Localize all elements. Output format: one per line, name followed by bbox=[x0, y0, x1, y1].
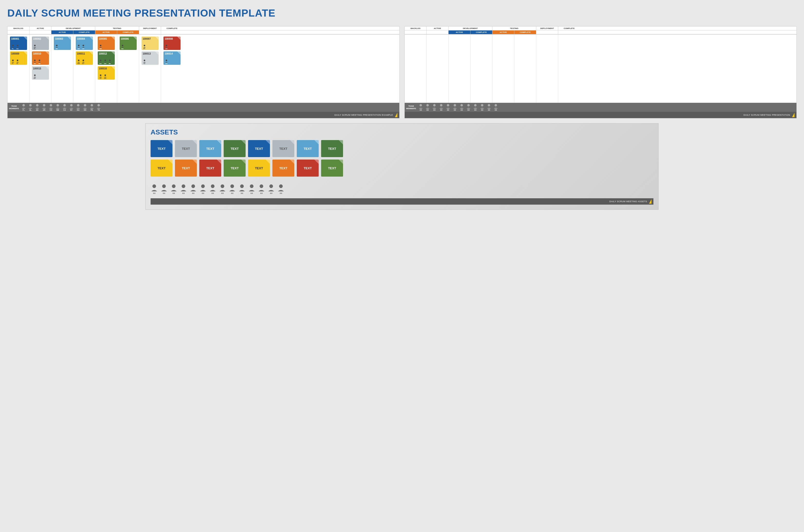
asset-13[interactable]: TEXT bbox=[248, 159, 270, 177]
svg-point-19 bbox=[121, 45, 123, 46]
b2-tm-4: XX bbox=[438, 104, 444, 111]
svg-point-10 bbox=[82, 45, 84, 46]
col-deployment: 100007 PA 100013 TX bbox=[139, 35, 161, 103]
svg-point-53 bbox=[201, 184, 205, 188]
card-100010[interactable]: 100010 AK AR bbox=[32, 51, 49, 65]
board1-body: 100001 FL CA 100009 bbox=[7, 35, 399, 103]
asset-10[interactable]: TEXT bbox=[175, 159, 197, 177]
board2-team-footer: TEAMMEMBERS XX XX XX XX bbox=[405, 103, 797, 112]
sh-test-complete: COMPLETE bbox=[117, 31, 139, 34]
asset-5[interactable]: TEXT bbox=[248, 140, 270, 157]
b2-col-dev-complete bbox=[470, 35, 492, 103]
gh-active: ACTIVE bbox=[30, 26, 51, 30]
team-members-label: TEAMMEMBERS bbox=[9, 105, 19, 110]
asset-tm-6: XX bbox=[199, 184, 207, 194]
col-test-active: 100005 NM 100012 KA bbox=[95, 35, 117, 103]
asset-11[interactable]: TEXT bbox=[199, 159, 221, 177]
asset-4[interactable]: TEXT bbox=[224, 140, 246, 157]
col-test-complete: 100006 KA bbox=[117, 35, 139, 103]
svg-point-52 bbox=[191, 184, 195, 188]
sh-backlog bbox=[7, 31, 30, 34]
svg-point-55 bbox=[221, 184, 224, 188]
card-100001[interactable]: 100001 FL CA bbox=[10, 37, 27, 50]
tm-CA: CA bbox=[62, 104, 67, 111]
board2-group-header: BACKLOG ACTIVE DEVELOPMENT TESTING DEPLO… bbox=[405, 26, 797, 31]
card-100004[interactable]: 100004 AR CO bbox=[76, 37, 93, 50]
card-100008[interactable]: 100008 CA bbox=[164, 37, 181, 50]
svg-point-31 bbox=[70, 104, 73, 107]
assets-avatars: XX XX XX XX XX XX bbox=[151, 184, 653, 194]
board1-team-footer: TEAMMEMBERS FL AL AK AR bbox=[7, 103, 399, 112]
svg-point-38 bbox=[433, 104, 436, 107]
card-100014[interactable]: 100014 CO bbox=[164, 51, 181, 65]
board2-caption: DAILY SCRUM MEETING PRESENTATION bbox=[405, 112, 797, 118]
sh-complete bbox=[161, 31, 183, 34]
svg-point-61 bbox=[279, 184, 283, 188]
col-dev-complete: 100004 AR CO 100011 bbox=[73, 35, 95, 103]
asset-tm-10: XX bbox=[238, 184, 246, 194]
svg-point-30 bbox=[63, 104, 66, 107]
asset-15[interactable]: TEXT bbox=[297, 159, 319, 177]
tm-NM: NM bbox=[55, 104, 60, 111]
svg-point-44 bbox=[474, 104, 476, 107]
card-100012[interactable]: 100012 KA OH PA bbox=[98, 51, 115, 65]
svg-point-0 bbox=[12, 45, 13, 46]
asset-7[interactable]: TEXT bbox=[297, 140, 319, 157]
svg-point-3 bbox=[17, 60, 18, 61]
svg-point-20 bbox=[144, 45, 145, 46]
svg-point-56 bbox=[230, 184, 234, 188]
asset-9[interactable]: TEXT bbox=[151, 159, 172, 177]
asset-tm-9: XX bbox=[228, 184, 236, 194]
svg-point-48 bbox=[152, 184, 156, 188]
tm-TX: TX bbox=[96, 104, 101, 111]
card-100016[interactable]: 100016 TX OH bbox=[98, 66, 115, 80]
asset-2[interactable]: TEXT bbox=[175, 140, 197, 157]
assets-caption-text: DAILY SCRUM MEETING ASSETS bbox=[609, 200, 647, 203]
svg-point-22 bbox=[166, 45, 167, 46]
asset-tm-7: XX bbox=[209, 184, 216, 194]
svg-point-24 bbox=[22, 104, 25, 107]
svg-point-4 bbox=[34, 45, 35, 46]
b2-sh-dev-active: ACTIVE bbox=[449, 31, 470, 34]
board1-sub-header: ACTIVE COMPLETE ACTIVE COMPLETE bbox=[7, 31, 399, 35]
asset-6[interactable]: TEXT bbox=[273, 140, 294, 157]
asset-16[interactable]: TEXT bbox=[321, 159, 343, 177]
tm-AL: AL bbox=[28, 104, 33, 111]
card-100009[interactable]: 100009 FL AL bbox=[10, 51, 27, 65]
svg-point-42 bbox=[461, 104, 463, 107]
card-100003[interactable]: 100003 AK bbox=[54, 37, 71, 50]
asset-tm-1: XX bbox=[151, 184, 158, 194]
svg-point-26 bbox=[36, 104, 38, 107]
card-100002[interactable]: 100002 AL bbox=[32, 37, 49, 50]
card-100011[interactable]: 100011 NM NY bbox=[76, 51, 93, 65]
asset-14[interactable]: TEXT bbox=[273, 159, 294, 177]
card-100006[interactable]: 100006 KA bbox=[119, 37, 137, 50]
b2-col-test-complete bbox=[514, 35, 536, 103]
assets-row1: TEXT TEXT TEXT TEXT TEXT TEXT TEXT TEXT bbox=[151, 140, 653, 157]
svg-point-36 bbox=[419, 104, 422, 107]
card-100013[interactable]: 100013 TX bbox=[142, 51, 158, 65]
b2-tm-6: XX bbox=[452, 104, 457, 111]
b2-gh-backlog: BACKLOG bbox=[405, 26, 427, 30]
b2-sh-test-complete: COMPLETE bbox=[514, 31, 536, 34]
assets-caption: DAILY SCRUM MEETING ASSETS bbox=[151, 198, 653, 205]
b2-gh-complete: COMPLETE bbox=[558, 26, 580, 30]
card-100005[interactable]: 100005 NM bbox=[98, 37, 115, 50]
svg-point-35 bbox=[97, 104, 100, 107]
team-members-list: FL AL AK AR CO bbox=[21, 104, 101, 111]
asset-3[interactable]: TEXT bbox=[199, 140, 221, 157]
board1-group-header: BACKLOG ACTIVE DEVELOPMENT TESTING DEPLO… bbox=[7, 26, 399, 31]
asset-8[interactable]: TEXT bbox=[321, 140, 343, 157]
b2-col-test-active bbox=[492, 35, 514, 103]
card-100007[interactable]: 100007 PA bbox=[142, 37, 158, 50]
svg-point-18 bbox=[104, 75, 106, 76]
asset-tm-3: XX bbox=[170, 184, 177, 194]
asset-1[interactable]: TEXT bbox=[151, 140, 172, 157]
tm-OH: OH bbox=[82, 104, 88, 111]
svg-point-41 bbox=[454, 104, 456, 107]
card-100015[interactable]: 100015 NY bbox=[32, 66, 49, 80]
b2-sh-complete bbox=[558, 31, 580, 34]
gh-testing: TESTING bbox=[95, 26, 139, 30]
b2-col-active bbox=[427, 35, 449, 103]
asset-12[interactable]: TEXT bbox=[224, 159, 246, 177]
